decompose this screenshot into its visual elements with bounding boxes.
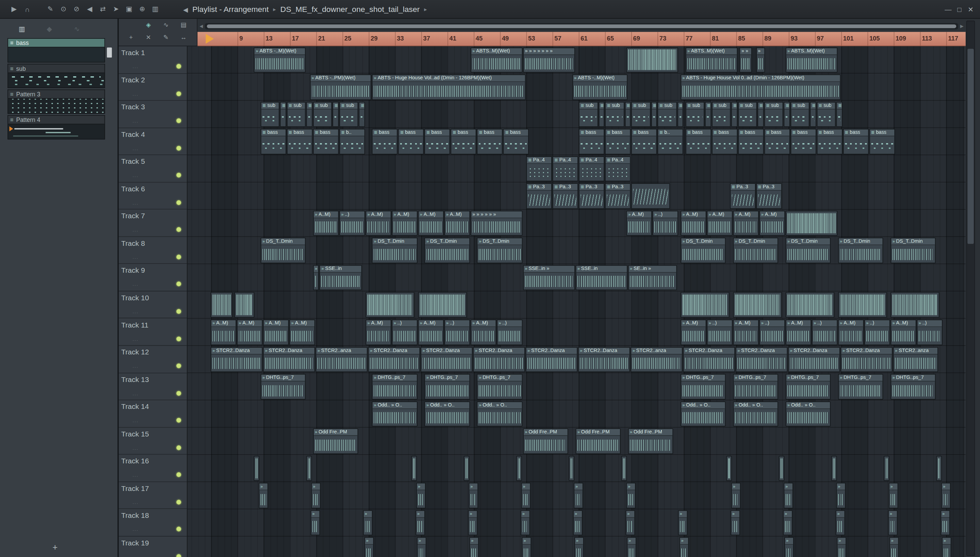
playlist-clip[interactable]: ≣..b: [359, 102, 365, 127]
playlist-clip[interactable]: »A..M): [365, 211, 391, 236]
playlist-clip[interactable]: ≣..b: [599, 102, 604, 127]
playlist-clip[interactable]: »: [416, 483, 426, 508]
playlist-clip[interactable]: »STCR2..Danza: [368, 347, 420, 372]
timeline-ruler[interactable]: 9131721252933374145495357616569737781858…: [197, 32, 965, 46]
track-header[interactable]: Track 4...: [119, 128, 188, 155]
playlist-clip[interactable]: ≣b..: [339, 129, 365, 154]
track-mute-led[interactable]: [176, 500, 182, 505]
playlist-clip[interactable]: ≣Pa..3: [605, 184, 631, 209]
playlist-clip[interactable]: ≣Pa..3: [730, 184, 755, 209]
playlist-clip[interactable]: ≣..b: [810, 102, 816, 127]
playlist-clip[interactable]: »: [889, 483, 898, 508]
add-button[interactable]: +: [126, 34, 136, 41]
hscroll-thumb[interactable]: [207, 24, 956, 28]
playlist-clip[interactable]: ≣..b: [306, 102, 312, 127]
playlist-clip[interactable]: ≣bass: [605, 129, 631, 154]
playlist-clip[interactable]: [306, 456, 312, 481]
playlist-clip[interactable]: »Odd.. » O..: [733, 401, 778, 427]
pattern-item-pattern-3[interactable]: ≣Pattern 3: [8, 90, 105, 114]
playlist-clip[interactable]: »: [941, 483, 951, 508]
playlist-clip[interactable]: [464, 456, 469, 481]
playlist-clip[interactable]: ≣sub: [817, 102, 836, 127]
playlist-clip[interactable]: »: [522, 537, 532, 557]
playlist-clip[interactable]: »DHTG..ps_7: [838, 374, 883, 399]
track-header[interactable]: Track 17...: [119, 482, 188, 509]
playlist-clip[interactable]: ≣bass: [843, 129, 868, 154]
track-header[interactable]: Track 11...: [119, 319, 188, 346]
stretch-icon[interactable]: ↔: [178, 34, 188, 41]
playlist-clip[interactable]: » » » » » »: [471, 211, 522, 236]
track-mute-led[interactable]: [176, 554, 182, 557]
playlist-clip[interactable]: ≣bass: [287, 129, 312, 154]
playlist-clip[interactable]: »: [627, 537, 637, 557]
playlist-clip[interactable]: »DHTG..ps_7: [681, 374, 726, 399]
pattern-list-icon[interactable]: ▥: [17, 25, 26, 33]
playlist-clip[interactable]: ≣Pa..3: [553, 184, 578, 209]
playlist-clip[interactable]: [234, 292, 255, 318]
playlist-clip[interactable]: ≣bass: [503, 129, 529, 154]
playlist-clip[interactable]: »: [521, 483, 531, 508]
playlist-clip[interactable]: »: [310, 510, 320, 535]
cut-tool-icon[interactable]: ✕: [144, 34, 153, 41]
track-header[interactable]: Track 13...: [119, 373, 188, 401]
playlist-clip[interactable]: »A..M): [681, 320, 706, 345]
playlist-clip[interactable]: »STCR2..Danza: [578, 347, 630, 372]
speaker-icon[interactable]: ◀: [183, 6, 188, 13]
playlist-clip[interactable]: ≣sub: [579, 102, 598, 127]
playlist-clip[interactable]: [365, 292, 414, 318]
playlist-clip[interactable]: »: [574, 537, 584, 557]
playlist-clip[interactable]: [211, 292, 232, 318]
playlist-clip[interactable]: »: [573, 510, 582, 535]
playlist-clip[interactable]: »: [415, 510, 425, 535]
playlist-clip[interactable]: »DHTG..ps_7: [477, 374, 522, 399]
playlist-clip[interactable]: » »: [740, 47, 752, 73]
playlist-clip[interactable]: »DS_T..Dmin: [477, 238, 522, 263]
playlist-clip[interactable]: »STCR2..Danza: [211, 347, 262, 372]
playlist-clip[interactable]: »Odd Fre..PM: [575, 428, 621, 454]
playlist-clip[interactable]: [727, 456, 732, 481]
playlist-clip[interactable]: ≣bass: [790, 129, 816, 154]
playlist-clip[interactable]: ≣sub: [657, 102, 677, 127]
playlist-clip[interactable]: »: [784, 483, 793, 508]
track-header[interactable]: Track 9...: [119, 264, 188, 292]
playlist-clip[interactable]: ≣bass: [398, 129, 423, 154]
playlist-clip[interactable]: [626, 47, 678, 73]
track-mute-led[interactable]: [176, 227, 182, 232]
track-header[interactable]: Track 19...: [119, 537, 188, 557]
playlist-clip[interactable]: »Odd.. » O..: [372, 401, 417, 427]
playlist-clip[interactable]: »DS_T..Dmin: [733, 238, 778, 263]
playlist-clip[interactable]: »A..M): [211, 320, 236, 345]
playlist-clip[interactable]: »: [363, 510, 373, 535]
track-mute-led[interactable]: [176, 418, 182, 423]
playlist-clip[interactable]: »A..M): [707, 211, 732, 236]
playlist-clip[interactable]: »ABTS -..PM)(Wet): [310, 75, 371, 100]
playlist-clip[interactable]: [569, 456, 574, 481]
playlist-clip[interactable]: ≣..b: [836, 102, 842, 127]
track-header[interactable]: Track 14...: [119, 401, 188, 428]
playlist-clip[interactable]: »..): [653, 211, 678, 236]
wave-icon[interactable]: ∿: [73, 25, 81, 33]
scrollbar-thumb[interactable]: [107, 48, 112, 57]
playlist-clip[interactable]: ≣sub: [631, 102, 650, 127]
playlist-clip[interactable]: ≣sub: [790, 102, 810, 127]
playlist-clip[interactable]: [681, 292, 729, 318]
playlist-clip[interactable]: »DS_T..Dmin: [372, 238, 417, 263]
playlist-clip[interactable]: ≣bass: [685, 129, 711, 154]
playlist-grid[interactable]: »ABTS -..M)(Wet)»ABTS..M)(Wet)» » » » » …: [188, 46, 966, 557]
playlist-clip[interactable]: ≣sub: [260, 102, 279, 127]
playlist-clip[interactable]: »SSE..in »: [523, 265, 575, 290]
playlist-clip[interactable]: »: [573, 483, 583, 508]
playlist-clip[interactable]: ≣sub: [685, 102, 704, 127]
track-mute-led[interactable]: [176, 200, 182, 205]
track-header[interactable]: Track 16...: [119, 455, 188, 482]
stretch-tool-icon[interactable]: ⇄: [96, 5, 110, 13]
playlist-clip[interactable]: »DHTG..ps_7: [733, 374, 778, 399]
playlist-clip[interactable]: [733, 292, 782, 318]
playlist-clip[interactable]: »Odd Fre..PM: [313, 428, 358, 454]
playlist-clip[interactable]: »STCR2..Danza: [788, 347, 840, 372]
playlist-clip[interactable]: »..): [444, 320, 470, 345]
playlist-clip[interactable]: »DHTG..ps_7: [372, 374, 417, 399]
track-mute-led[interactable]: [176, 145, 182, 150]
track-mute-led[interactable]: [176, 254, 182, 259]
playlist-clip[interactable]: »: [836, 483, 846, 508]
